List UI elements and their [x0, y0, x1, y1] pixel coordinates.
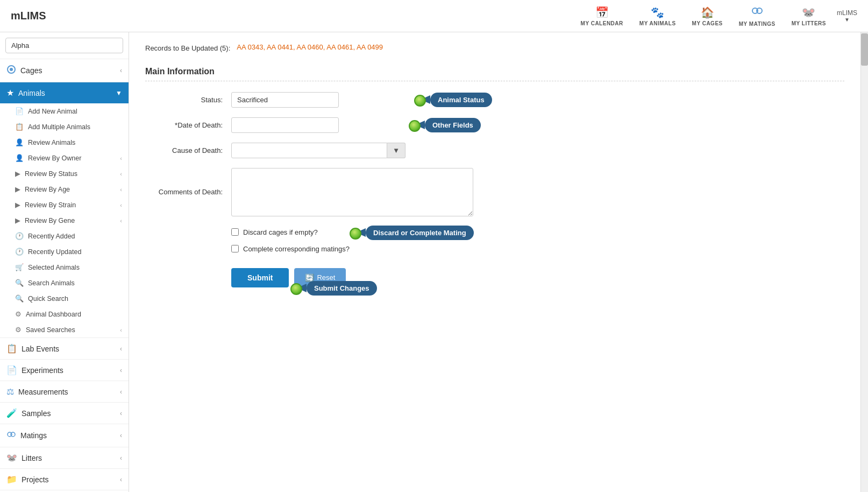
- review-by-strain-label: Review By Strain: [25, 201, 76, 209]
- cause-of-death-dropdown-btn[interactable]: ▼: [387, 143, 405, 158]
- recently-added-icon: 🕐: [15, 232, 24, 240]
- submit-changes-tooltip: Submit Changes: [307, 281, 377, 296]
- sidebar-item-review-by-age[interactable]: ▶ Review By Age ‹: [0, 181, 129, 197]
- date-of-death-input[interactable]: [231, 117, 339, 133]
- sidebar-samples-header[interactable]: 🧪 Samples ‹: [0, 403, 129, 424]
- experiments-chevron-icon: ‹: [120, 367, 122, 374]
- complete-matings-checkbox[interactable]: [231, 245, 239, 252]
- sidebar-item-saved-searches[interactable]: ⚙ Saved Searches ‹: [0, 322, 129, 338]
- calendar-icon: 📅: [595, 6, 609, 19]
- scrollbar-thumb[interactable]: [861, 33, 868, 66]
- my-matings-nav[interactable]: MY MATINGS: [739, 5, 775, 27]
- sidebar-item-search-animals[interactable]: 🔍 Search Animals: [0, 275, 129, 291]
- review-by-age-label: Review By Age: [25, 186, 70, 193]
- sidebar-measurements-header[interactable]: ⚖ Measurements ‹: [0, 381, 129, 402]
- my-animals-nav[interactable]: 🐾 MY ANIMALS: [639, 6, 676, 26]
- samples-icon: 🧪: [6, 408, 17, 418]
- sidebar-item-add-new-animal[interactable]: 📄 Add New Animal: [0, 103, 129, 119]
- discard-cages-checkbox[interactable]: [231, 228, 239, 236]
- measurements-label: Measurements: [18, 388, 68, 396]
- animals-section-icon: ★: [6, 88, 14, 98]
- sidebar-item-recently-updated[interactable]: 🕐 Recently Updated: [0, 244, 129, 259]
- sidebar-item-review-by-gene[interactable]: ▶ Review By Gene ‹: [0, 213, 129, 228]
- animals-section-label: Animals: [18, 89, 45, 97]
- body-layout: Cages ‹ ★ Animals ▼ 📄 Add New Animal 📋 A…: [0, 32, 868, 492]
- sidebar-search-area: [0, 32, 129, 59]
- cages-section-icon: [6, 65, 16, 76]
- sidebar-search-input[interactable]: [5, 38, 123, 53]
- sidebar-item-add-multiple-animals[interactable]: 📋 Add Multiple Animals: [0, 119, 129, 135]
- sidebar-experiments-header[interactable]: 📄 Experiments ‹: [0, 360, 129, 381]
- other-fields-dot: [409, 120, 421, 132]
- discard-cages-label: Discard cages if empty?: [243, 228, 318, 236]
- submit-button[interactable]: Submit: [231, 268, 289, 287]
- comments-of-death-textarea[interactable]: [231, 168, 473, 216]
- review-by-strain-chevron-icon: ‹: [120, 202, 122, 208]
- sidebar-item-review-by-status[interactable]: ▶ Review By Status ‹: [0, 166, 129, 181]
- recently-added-label: Recently Added: [28, 233, 75, 240]
- measurements-chevron-icon: ‹: [120, 388, 122, 396]
- cause-of-death-input[interactable]: [231, 143, 387, 158]
- review-by-status-chevron-icon: ‹: [120, 171, 122, 177]
- reset-label: Reset: [317, 273, 335, 282]
- experiments-label: Experiments: [22, 366, 63, 375]
- cause-of-death-input-group: ▼: [231, 143, 405, 158]
- review-by-owner-icon: 👤: [15, 154, 24, 162]
- cause-of-death-form-row: Cause of Death: ▼: [145, 143, 844, 158]
- projects-chevron-icon: ‹: [120, 476, 122, 483]
- matings-sidebar-icon: [6, 430, 16, 441]
- my-matings-label: MY MATINGS: [739, 21, 775, 27]
- sidebar-litters-header[interactable]: 🐭 Litters ‹: [0, 447, 129, 468]
- mlims-caret-icon: ▼: [844, 17, 850, 23]
- animals-submenu: 📄 Add New Animal 📋 Add Multiple Animals …: [0, 103, 129, 338]
- main-scrollbar[interactable]: [860, 32, 868, 492]
- experiments-icon: 📄: [6, 365, 17, 375]
- brand-logo[interactable]: mLIMS: [11, 10, 46, 22]
- review-by-age-icon: ▶: [15, 185, 20, 193]
- measurements-icon: ⚖: [6, 386, 14, 397]
- review-by-owner-chevron-icon: ‹: [120, 155, 122, 161]
- other-fields-tooltip: Other Fields: [425, 118, 481, 132]
- sidebar-item-review-animals[interactable]: 👤 Review Animals: [0, 135, 129, 150]
- sidebar-item-recently-added[interactable]: 🕐 Recently Added: [0, 228, 129, 244]
- sidebar-item-selected-animals[interactable]: 🛒 Selected Animals: [0, 259, 129, 275]
- mlims-menu[interactable]: mLIMS ▼: [837, 9, 857, 23]
- projects-label: Projects: [22, 475, 49, 484]
- date-of-death-label: *Date of Death:: [145, 121, 231, 129]
- my-calendar-nav[interactable]: 📅 MY CALENDAR: [581, 6, 623, 26]
- status-input[interactable]: [231, 92, 339, 108]
- sidebar-lab-events-header[interactable]: 📋 Lab Events ‹: [0, 338, 129, 359]
- my-litters-nav[interactable]: 🐭 MY LITTERS: [792, 6, 826, 26]
- selected-animals-label: Selected Animals: [28, 264, 80, 271]
- cages-section-label: Cages: [20, 66, 42, 75]
- saved-searches-label: Saved Searches: [26, 326, 75, 334]
- litters-icon: 🐭: [802, 6, 815, 19]
- sidebar-item-animal-dashboard[interactable]: ⚙ Animal Dashboard: [0, 306, 129, 322]
- sidebar-matings-header[interactable]: Matings ‹: [0, 424, 129, 447]
- main-content: Records to Be Updated (5): AA 0343, AA 0…: [129, 32, 860, 492]
- animal-dashboard-label: Animal Dashboard: [26, 311, 81, 318]
- my-cages-nav[interactable]: 🏠 MY CAGES: [692, 6, 723, 26]
- sidebar-item-review-by-owner[interactable]: 👤 Review By Owner ‹: [0, 150, 129, 166]
- animal-dashboard-icon: ⚙: [15, 310, 22, 318]
- review-by-owner-label: Review By Owner: [28, 154, 81, 162]
- status-form-row: Status: Animal Status: [145, 92, 844, 108]
- cages-icon: 🏠: [701, 6, 714, 19]
- matings-label: Matings: [20, 431, 47, 440]
- my-calendar-label: MY CALENDAR: [581, 20, 623, 26]
- svg-point-3: [10, 68, 13, 71]
- recently-updated-label: Recently Updated: [28, 248, 81, 256]
- projects-icon: 📁: [6, 474, 17, 484]
- review-by-status-label: Review By Status: [25, 170, 77, 178]
- lab-events-chevron-icon: ‹: [120, 345, 122, 353]
- sidebar-item-quick-search[interactable]: 🔍 Quick Search: [0, 291, 129, 306]
- samples-chevron-icon: ‹: [120, 410, 122, 417]
- sidebar-item-review-by-strain[interactable]: ▶ Review By Strain ‹: [0, 197, 129, 213]
- review-by-gene-label: Review By Gene: [25, 217, 75, 224]
- sidebar-cages-header[interactable]: Cages ‹: [0, 59, 129, 82]
- sidebar-animals-header[interactable]: ★ Animals ▼: [0, 82, 129, 103]
- my-animals-label: MY ANIMALS: [639, 20, 676, 26]
- search-animals-label: Search Animals: [28, 279, 75, 287]
- sidebar-projects-header[interactable]: 📁 Projects ‹: [0, 469, 129, 490]
- add-multiple-animals-icon: 📋: [15, 123, 24, 131]
